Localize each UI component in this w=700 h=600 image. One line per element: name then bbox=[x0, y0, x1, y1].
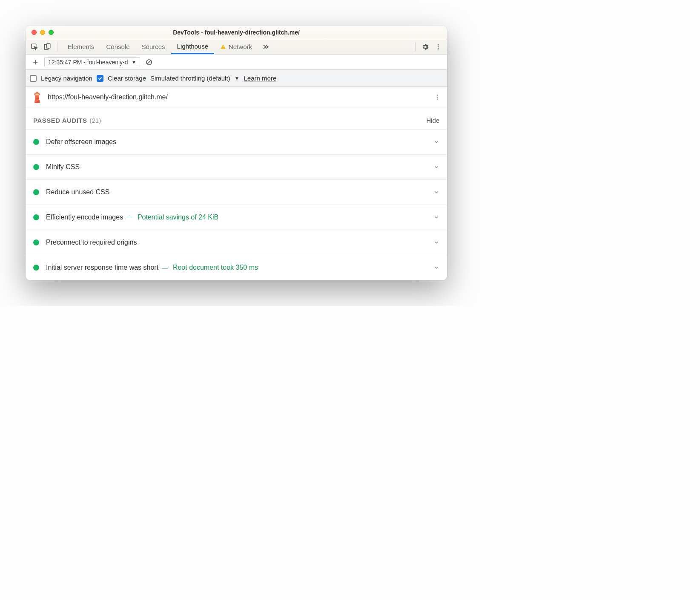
pass-icon bbox=[33, 214, 39, 220]
audit-title: Minify CSS bbox=[46, 163, 80, 171]
tab-elements[interactable]: Elements bbox=[62, 39, 100, 54]
chevron-down-icon bbox=[433, 139, 439, 145]
audit-detail: Root document took 350 ms bbox=[173, 264, 258, 271]
audit-detail: Potential savings of 24 KiB bbox=[138, 213, 218, 221]
svg-rect-2 bbox=[47, 43, 50, 48]
pass-icon bbox=[33, 139, 39, 145]
audit-title: Efficiently encode images bbox=[46, 213, 123, 221]
clear-icon[interactable] bbox=[143, 57, 155, 68]
more-tabs-icon[interactable] bbox=[260, 41, 271, 52]
tab-lighthouse[interactable]: Lighthouse bbox=[171, 39, 214, 54]
devtools-window: DevTools - foul-heavenly-direction.glitc… bbox=[26, 26, 447, 280]
audited-url: https://foul-heavenly-direction.glitch.m… bbox=[48, 93, 426, 101]
hide-button[interactable]: Hide bbox=[426, 117, 439, 124]
passed-audits-header[interactable]: Passed Audits (21) Hide bbox=[26, 107, 447, 129]
clear-storage-checkbox[interactable] bbox=[97, 75, 103, 82]
inspect-element-icon[interactable] bbox=[29, 41, 40, 52]
divider bbox=[415, 42, 416, 52]
audit-row[interactable]: Preconnect to required origins bbox=[26, 230, 447, 255]
section-count: (21) bbox=[90, 117, 101, 124]
warning-icon bbox=[220, 44, 226, 50]
tabs: Elements Console Sources Lighthouse Netw… bbox=[62, 39, 258, 54]
dash: — bbox=[126, 214, 132, 221]
maximize-button[interactable] bbox=[49, 30, 54, 35]
svg-rect-10 bbox=[35, 93, 38, 95]
lighthouse-options: Legacy navigation Clear storage Simulate… bbox=[26, 70, 447, 87]
dash: — bbox=[162, 264, 168, 271]
svg-point-11 bbox=[437, 95, 438, 96]
lighthouse-icon bbox=[32, 91, 42, 103]
window-title: DevTools - foul-heavenly-direction.glitc… bbox=[26, 29, 447, 36]
tab-sources[interactable]: Sources bbox=[136, 39, 171, 54]
new-report-icon[interactable] bbox=[30, 57, 41, 68]
audit-row[interactable]: Efficiently encode images — Potential sa… bbox=[26, 205, 447, 230]
lighthouse-toolbar: 12:35:47 PM - foul-heavenly-d ▼ bbox=[26, 55, 447, 70]
svg-point-5 bbox=[438, 44, 439, 46]
chevron-down-icon bbox=[433, 214, 439, 220]
pass-icon bbox=[33, 164, 39, 170]
tab-network-label: Network bbox=[229, 43, 252, 50]
audit-row[interactable]: Initial server response time was short —… bbox=[26, 255, 447, 280]
svg-point-12 bbox=[437, 96, 438, 98]
pass-icon bbox=[33, 239, 39, 245]
svg-point-6 bbox=[438, 46, 439, 47]
legacy-nav-checkbox[interactable] bbox=[30, 75, 37, 82]
audit-title: Defer offscreen images bbox=[46, 138, 116, 146]
audit-row[interactable]: Minify CSS bbox=[26, 155, 447, 180]
svg-point-13 bbox=[437, 98, 438, 100]
audit-list: Defer offscreen images Minify CSS Reduce… bbox=[26, 129, 447, 280]
audit-title: Preconnect to required origins bbox=[46, 239, 137, 246]
titlebar: DevTools - foul-heavenly-direction.glitc… bbox=[26, 26, 447, 39]
pass-icon bbox=[33, 265, 39, 271]
svg-rect-3 bbox=[223, 46, 223, 47]
dropdown-arrow-icon: ▼ bbox=[132, 59, 137, 65]
report-menu-icon[interactable] bbox=[432, 92, 443, 103]
chevron-down-icon bbox=[433, 239, 439, 245]
audit-row[interactable]: Defer offscreen images bbox=[26, 130, 447, 155]
chevron-down-icon bbox=[433, 164, 439, 170]
audit-title: Initial server response time was short bbox=[46, 264, 158, 271]
tab-console[interactable]: Console bbox=[100, 39, 136, 54]
learn-more-link[interactable]: Learn more bbox=[244, 75, 276, 82]
close-button[interactable] bbox=[32, 30, 37, 35]
report-urlbar: https://foul-heavenly-direction.glitch.m… bbox=[26, 87, 447, 107]
throttling-label: Simulated throttling (default) bbox=[150, 75, 230, 82]
device-toggle-icon[interactable] bbox=[42, 41, 53, 52]
tab-network[interactable]: Network bbox=[214, 39, 258, 54]
panel-tabstrip: Elements Console Sources Lighthouse Netw… bbox=[26, 39, 447, 55]
kebab-menu-icon[interactable] bbox=[433, 41, 444, 52]
svg-point-7 bbox=[438, 48, 439, 49]
svg-rect-4 bbox=[223, 48, 223, 48]
section-title: Passed Audits bbox=[33, 117, 87, 124]
throttling-dropdown-icon[interactable]: ▼ bbox=[235, 75, 240, 81]
pass-icon bbox=[33, 189, 39, 195]
chevron-down-icon bbox=[433, 189, 439, 195]
report-select[interactable]: 12:35:47 PM - foul-heavenly-d ▼ bbox=[44, 57, 140, 67]
settings-icon[interactable] bbox=[420, 41, 431, 52]
legacy-nav-label: Legacy navigation bbox=[41, 75, 92, 82]
audit-title: Reduce unused CSS bbox=[46, 188, 109, 196]
divider bbox=[57, 42, 57, 52]
audit-row[interactable]: Reduce unused CSS bbox=[26, 180, 447, 205]
chevron-down-icon bbox=[433, 265, 439, 271]
minimize-button[interactable] bbox=[40, 30, 45, 35]
clear-storage-label: Clear storage bbox=[108, 75, 146, 82]
window-controls bbox=[26, 30, 54, 35]
report-select-label: 12:35:47 PM - foul-heavenly-d bbox=[48, 59, 128, 66]
